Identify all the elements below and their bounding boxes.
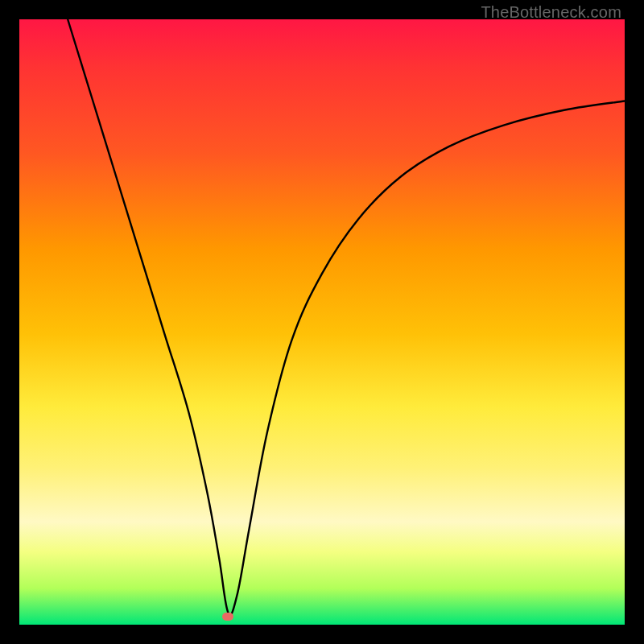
plot-area <box>19 19 625 625</box>
chart-frame: TheBottleneck.com <box>0 0 644 644</box>
minimum-marker <box>222 613 233 621</box>
bottleneck-curve <box>19 19 625 625</box>
attribution-label: TheBottleneck.com <box>481 3 621 22</box>
